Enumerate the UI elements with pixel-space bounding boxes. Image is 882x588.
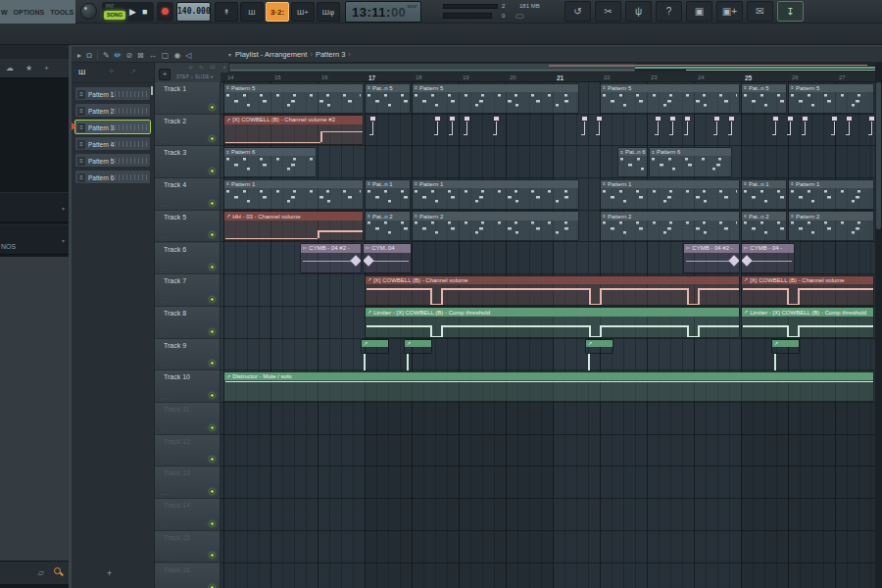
track-mini-controls[interactable]: ... — [162, 233, 170, 239]
track-led[interactable] — [210, 136, 215, 141]
sliced-clip[interactable] — [581, 116, 588, 141]
clip-pat-n-6[interactable]: ≡Pat..n 6 — [617, 147, 648, 177]
sliced-clip[interactable] — [713, 116, 720, 141]
crosshair-icon[interactable]: ✛ — [109, 68, 115, 75]
clip-hh-03-channel-volume[interactable]: ↗HH - 03 - Channel volume — [223, 211, 364, 241]
track-header-track-14[interactable]: Track 14... — [155, 499, 220, 531]
clip-pattern-6[interactable]: ≡Pattern 6 — [223, 147, 317, 177]
clip-pat-n-2[interactable]: ≡Pat..n 2 — [365, 211, 411, 241]
browser-file-area[interactable] — [0, 257, 69, 561]
stop-button[interactable]: ■ — [142, 5, 147, 19]
track-header-track-2[interactable]: Track 2... — [155, 115, 220, 147]
sliced-clip[interactable] — [449, 116, 456, 141]
folder-icon[interactable]: ▱ — [38, 568, 44, 577]
track-mini-controls[interactable]: ... — [162, 554, 170, 560]
clip-x-cowbell-b-channel-volume[interactable]: ↗[X] COWBELL (B) - Channel volume — [741, 275, 874, 306]
vertical-scrollbar[interactable] — [875, 63, 882, 588]
clip-cymb-04-2[interactable]: ⊨CYMB - 04 #2 - — [683, 243, 740, 273]
clip-x-cowbell-b-channel-volume[interactable]: ↗[X] COWBELL (B) - Channel volume — [365, 275, 740, 306]
clip-pattern-1[interactable]: ≡Pattern 1 — [412, 179, 579, 210]
loop-record-button[interactable]: Шφ — [317, 2, 340, 22]
save-new-icon[interactable]: ▣+ — [716, 1, 743, 22]
pattern-item-pattern-2[interactable]: ≡Pattern 2 — [74, 103, 151, 118]
track-header-track-13[interactable]: Track 13... — [155, 466, 220, 499]
sliced-clip[interactable] — [493, 116, 500, 141]
clip-pattern-2[interactable]: ≡Pattern 2 — [788, 211, 874, 241]
cut-icon[interactable]: ✂ — [595, 1, 621, 22]
clip-pattern-5[interactable]: ≡Pattern 5 — [412, 83, 579, 114]
sliced-clip[interactable] — [684, 116, 691, 141]
track-mini-controls[interactable]: ... — [162, 266, 170, 271]
clip-mini[interactable]: ↗ — [404, 339, 432, 354]
main-volume-knob[interactable] — [80, 3, 97, 20]
clip-pat-n-5[interactable]: ≡Pat..n 5 — [741, 83, 787, 114]
add-track-button[interactable]: + — [159, 69, 171, 80]
track-led[interactable] — [210, 297, 215, 302]
feedback-icon[interactable]: ✉ — [747, 1, 773, 22]
sliced-clip[interactable] — [868, 116, 875, 141]
clip-limiter-x-cowbell-b-comp-threshold[interactable]: ↗Limiter - [X] COWBELL (B) - Comp thresh… — [741, 307, 874, 337]
sliced-clip[interactable] — [655, 116, 662, 141]
clip-pattern-5[interactable]: ≡Pattern 5 — [788, 83, 874, 114]
playback-position-bar[interactable] — [443, 4, 498, 9]
track-led[interactable] — [210, 329, 215, 334]
pattern-item-pattern-6[interactable]: ≡Pattern 6 — [74, 170, 151, 184]
record-button[interactable] — [157, 2, 173, 22]
pencil-icon[interactable]: ✎ — [199, 64, 204, 71]
clip-pat-n-1[interactable]: ≡Pat..n 1 — [741, 179, 787, 210]
clip-pattern-1[interactable]: ≡Pattern 1 — [223, 179, 364, 210]
track-led[interactable] — [210, 457, 215, 462]
track-led[interactable] — [210, 521, 215, 526]
clip-pattern-1[interactable]: ≡Pattern 1 — [600, 179, 740, 210]
automation-icon[interactable]: ↗ — [130, 68, 136, 75]
track-mini-controls[interactable]: ... — [162, 137, 170, 143]
zoom-icon[interactable]: ◉ — [173, 51, 180, 60]
track-led[interactable] — [210, 425, 215, 430]
menu-item-options[interactable]: OPTIONS — [14, 9, 45, 16]
track-header-track-16[interactable]: Track 16... — [155, 564, 220, 588]
time-display[interactable]: 13:11:00 BEAT — [345, 1, 421, 23]
track-mini-controls[interactable]: ... — [162, 426, 170, 432]
track-header-track-5[interactable]: Track 5... — [155, 211, 220, 243]
preview-icon[interactable]: ◁ — [185, 51, 191, 60]
star-icon[interactable]: ★ — [25, 64, 32, 73]
sliced-clip[interactable] — [831, 116, 838, 141]
countdown-button[interactable]: 3·2: — [266, 2, 289, 22]
clip-pat-n-5[interactable]: ≡Pat..n 5 — [365, 83, 411, 114]
mute-icon[interactable]: ⊠ — [137, 51, 144, 60]
track-header-track-3[interactable]: Track 3... — [155, 146, 220, 178]
vertical-scroll-thumb[interactable] — [876, 82, 881, 229]
clip-pattern-5[interactable]: ≡Pattern 5 — [223, 83, 364, 114]
sliced-clip[interactable] — [772, 116, 779, 141]
piano-icon[interactable]: Ш — [210, 64, 216, 70]
clip-mini[interactable]: ↗ — [771, 339, 800, 354]
magnet-icon[interactable]: Ω — [86, 51, 92, 60]
wait-for-input-button[interactable]: Ш — [240, 2, 264, 22]
undo-icon[interactable]: ↺ — [564, 1, 591, 22]
track-mini-controls[interactable]: ... — [162, 394, 170, 400]
track-led[interactable] — [210, 361, 215, 366]
clip-pattern-5[interactable]: ≡Pattern 5 — [600, 83, 740, 114]
mic-icon[interactable]: ψ — [625, 1, 652, 22]
clip-mini[interactable]: ↗ — [361, 339, 389, 354]
track-header-track-9[interactable]: Track 9... — [155, 339, 220, 371]
delete-icon[interactable]: ⊘ — [125, 51, 132, 60]
timeline-ruler[interactable]: 1415161718192021222324252627 — [220, 73, 875, 82]
track-header-track-12[interactable]: Track 12... — [155, 435, 220, 467]
scroll-left-button[interactable]: ‹ — [220, 63, 228, 73]
picker-scrollbar[interactable] — [151, 86, 153, 95]
step-slide-toggle[interactable]: STEP ○ SLIDE ▾ — [176, 74, 214, 79]
track-mini-controls[interactable]: ... — [162, 458, 170, 464]
pattern-item-pattern-4[interactable]: ≡Pattern 4 — [74, 136, 151, 151]
piano-icon[interactable]: Ш — [78, 68, 85, 76]
menu-item-w[interactable]: W — [1, 9, 8, 16]
track-header-track-6[interactable]: Track 6... — [155, 243, 220, 275]
track-header-track-7[interactable]: Track 7... — [155, 274, 220, 307]
browser-collapsed-row-2[interactable]: ▾ — [0, 224, 69, 255]
playlist-crumb[interactable]: Pattern 3 — [316, 50, 345, 59]
clip-pattern-6[interactable]: ≡Pattern 6 — [649, 147, 732, 177]
track-mini-controls[interactable]: ... — [162, 490, 170, 496]
track-header-track-8[interactable]: Track 8... — [155, 307, 220, 339]
pattern-item-pattern-1[interactable]: ≡Pattern 1 — [74, 86, 151, 101]
picker-add-button[interactable]: + — [107, 568, 112, 578]
